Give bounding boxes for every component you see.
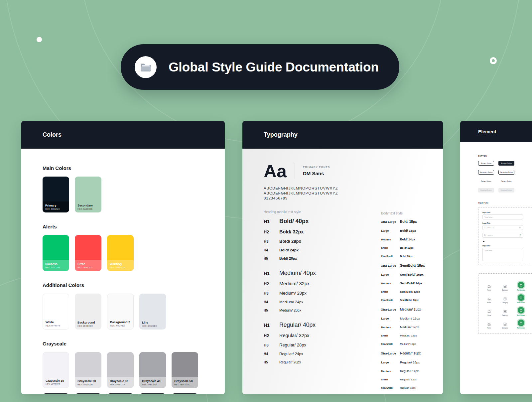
- sample-button[interactable]: Primary Button: [478, 161, 494, 166]
- nav-item[interactable]: Purchases: [516, 283, 526, 291]
- body-style-value: Medium/ 12px: [400, 334, 417, 337]
- body-style-value: SemiBold/ 12px: [400, 290, 420, 293]
- nav-item[interactable]: Category: [500, 322, 510, 329]
- nav-item[interactable]: Category: [500, 284, 510, 291]
- textarea-input[interactable]: [482, 248, 523, 261]
- body-style-row: Xtra-Large Bold/ 18px: [381, 220, 441, 223]
- swatch-hex: HEX: #FAFAFA: [110, 325, 131, 327]
- swatch-name: Line: [142, 321, 163, 324]
- sample-button[interactable]: Disabled Button: [478, 188, 494, 193]
- body-style-row: Medium Medium/ 14px: [381, 326, 441, 329]
- heading-tag: H1: [264, 219, 279, 224]
- swatch-name: Primary: [45, 204, 66, 207]
- filter-icon[interactable]: [519, 234, 522, 236]
- color-swatch: [139, 393, 166, 394]
- purchases-bag-icon: [519, 309, 523, 312]
- search-input[interactable]: [482, 233, 523, 238]
- body-style-row: Xtra-Large Regular/ 18px: [381, 351, 441, 355]
- heading-value: Bold/ 32px: [279, 229, 304, 234]
- body-size-label: Xtra-Large: [381, 264, 400, 267]
- nav-item-icon: [518, 320, 524, 326]
- nav-item-icon: [487, 322, 491, 326]
- swatch-hex: HEX: #FFCD1A: [110, 266, 131, 269]
- heading-value: Bold/ 28px: [279, 239, 301, 244]
- swatch-name: Grayscale 50: [174, 379, 196, 383]
- sample-button[interactable]: Secondary Button: [498, 170, 514, 175]
- swatch-hex: HEX: #EEEEEE: [77, 325, 99, 327]
- body-style-row: Xtra-Small Medium/ 10px: [381, 342, 441, 345]
- heading-tag: H2: [264, 230, 279, 234]
- nav-item[interactable]: Home: [484, 310, 494, 316]
- body-style-groups: Xtra-Large Bold/ 18px Large Bold/ 16px M…: [381, 220, 441, 389]
- swatch-hex: HEX: #F2F2F7: [46, 383, 66, 385]
- button-samples-grid: Primary ButtonPrimary ButtonSecondary Bu…: [478, 161, 515, 193]
- swatch-label: Success HEX: #02C56B: [43, 260, 69, 271]
- typography-panel-header: Typography: [242, 121, 443, 149]
- nav-item-label: Purchases: [517, 289, 525, 291]
- sample-button[interactable]: Disabled Button: [498, 188, 514, 193]
- swatch-label: Background HEX: #EEEEEE: [75, 319, 101, 330]
- category-icon: [503, 285, 507, 288]
- body-size-label: Xtra-Small: [381, 299, 400, 301]
- home-icon: [487, 297, 491, 301]
- body-style-value: Regular/ 10px: [400, 386, 416, 389]
- element-panel-body: BUTTON Primary ButtonPrimary ButtonSecon…: [460, 142, 532, 394]
- nav-item-icon: [487, 284, 491, 288]
- nav-item[interactable]: Category: [500, 310, 510, 316]
- heading-value: Bold/ 40px: [279, 218, 309, 225]
- nav-item[interactable]: Purchases: [516, 308, 526, 316]
- swatch-label: Grayscale 40 HEX: #FFCD1A: [139, 377, 166, 388]
- sample-button[interactable]: Secondary Button: [478, 170, 494, 175]
- nav-item[interactable]: Purchases: [516, 296, 526, 304]
- sample-button[interactable]: Tertiary Button: [498, 179, 514, 184]
- nav-item-icon: [503, 297, 507, 301]
- nav-item-icon: [487, 310, 491, 314]
- body-size-label: Large: [381, 229, 400, 232]
- swatch-hex: HEX: #E3E7EC: [142, 325, 163, 327]
- body-size-label: Xtra-Small: [381, 387, 400, 389]
- body-size-label: Medium: [381, 238, 400, 241]
- nav-item-label: Purchases: [517, 315, 525, 316]
- heading-value: Regular/ 32px: [279, 333, 309, 338]
- color-swatch: Grayscale 20 HEX: #D1D1D6: [75, 352, 101, 388]
- body-size-label: Large: [381, 317, 400, 320]
- nav-item[interactable]: Purchases: [516, 321, 526, 329]
- swatch-hex: HEX: #FFCD1A: [174, 383, 196, 386]
- body-group-regular: Xtra-Large Regular/ 18px Large Regular/ …: [381, 351, 441, 389]
- alphabet-line: ABCDEFGHIJKLMNOPQRSTUVWXYZ: [264, 186, 422, 191]
- password-input[interactable]: ••••••••: [482, 225, 523, 230]
- swatch-hex: HEX: #02C56B: [45, 266, 66, 269]
- nav-item[interactable]: Home: [484, 297, 494, 304]
- nav-item[interactable]: Home: [484, 322, 494, 329]
- bottom-nav-row: Home Category: [482, 291, 532, 304]
- heading-tag: H4: [264, 248, 279, 252]
- dot-indicator[interactable]: [483, 241, 484, 242]
- body-size-label: Small: [381, 290, 400, 293]
- swatch-row: Primary HEX: #0B1723 Secondary HEX: #A8D…: [43, 177, 203, 212]
- body-style-value: Bold/ 16px: [400, 229, 416, 232]
- swatch-label: Primary HEX: #0B1723: [43, 201, 69, 212]
- input-samples-box: Input Title Input Title •••••••• Input T…: [478, 207, 532, 265]
- color-swatch: Secondary HEX: #A8D0B6: [75, 177, 101, 212]
- sample-button[interactable]: Tertiary Button: [478, 179, 494, 184]
- sample-button[interactable]: Primary Button: [498, 161, 514, 166]
- purchases-bag-icon: [519, 296, 523, 299]
- nav-item-icon: [503, 322, 507, 326]
- swatch-hex: HEX: #FFCD1A: [142, 383, 163, 386]
- eye-icon[interactable]: [519, 226, 521, 229]
- colors-section-additional: Additional Colors White HEX: #FFFFFF Bac…: [43, 282, 203, 330]
- button-section-label: BUTTON: [478, 155, 532, 157]
- body-style-value: Bold/ 18px: [400, 220, 417, 223]
- alphabet-specimen: ABCDEFGHIJKLMNOPQRSTUVWXYZ ABCDEFGHIJKLM…: [264, 186, 422, 201]
- swatch-label: Grayscale 10 HEX: #F2F2F7: [43, 377, 69, 388]
- colors-panel-header: Colors: [21, 121, 225, 149]
- swatch-label: Secondary HEX: #A8D0B6: [75, 201, 101, 212]
- body-style-value: SemiBold/ 14px: [400, 282, 422, 285]
- swatch-name: White: [46, 321, 66, 324]
- nav-item[interactable]: Home: [484, 284, 494, 291]
- body-style-value: SemiBold/ 16px: [400, 273, 424, 276]
- body-style-row: Small Regular/ 12px: [381, 378, 441, 381]
- text-input[interactable]: [482, 214, 523, 219]
- nav-item[interactable]: Category: [500, 297, 510, 304]
- digits-line: 0123456789: [264, 196, 422, 201]
